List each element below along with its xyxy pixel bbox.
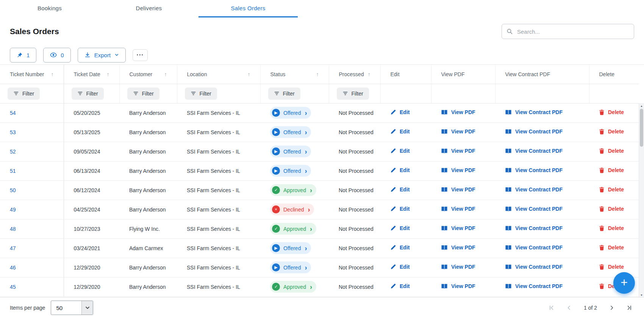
edit-button[interactable]: Edit: [390, 148, 410, 154]
delete-button[interactable]: Delete: [599, 225, 624, 231]
status-badge[interactable]: ▶ Offered ›: [270, 242, 311, 254]
tab-sales-orders[interactable]: Sales Orders: [199, 0, 298, 17]
delete-label: Delete: [608, 206, 624, 212]
add-button[interactable]: +: [613, 272, 635, 294]
view-pdf-button[interactable]: View PDF: [441, 186, 475, 193]
delete-button[interactable]: Delete: [599, 148, 624, 154]
edit-button[interactable]: Edit: [390, 244, 410, 251]
previous-page-button[interactable]: [564, 303, 574, 313]
sort-arrow-icon[interactable]: ↑: [248, 71, 250, 77]
column-header-customer[interactable]: Customer↑: [119, 65, 177, 84]
view-contract-pdf-button[interactable]: View Contract PDF: [505, 244, 563, 251]
delete-button[interactable]: Delete: [599, 167, 624, 173]
status-badge[interactable]: ✓ Approved ›: [270, 281, 316, 293]
sort-arrow-icon[interactable]: ↑: [107, 71, 109, 77]
column-header-processed[interactable]: Processed↑: [329, 65, 380, 84]
more-options-button[interactable]: ···: [133, 49, 148, 61]
filter-button-status[interactable]: Filter: [268, 88, 300, 100]
download-icon: [84, 52, 91, 58]
ticket-number-link[interactable]: 49: [10, 207, 16, 213]
hidden-columns-button[interactable]: 0: [43, 48, 70, 63]
filter-button-ticket-date[interactable]: Filter: [72, 88, 104, 100]
view-contract-pdf-button[interactable]: View Contract PDF: [505, 148, 563, 154]
items-per-page-select[interactable]: 50: [51, 301, 93, 315]
delete-button[interactable]: Delete: [599, 264, 624, 270]
view-contract-pdf-button[interactable]: View Contract PDF: [505, 283, 563, 289]
edit-button[interactable]: Edit: [390, 186, 410, 193]
filter-button-customer[interactable]: Filter: [127, 88, 159, 100]
view-pdf-button[interactable]: View PDF: [441, 128, 475, 135]
status-badge[interactable]: ▶ Offered ›: [270, 126, 311, 138]
edit-button[interactable]: Edit: [390, 109, 410, 115]
status-badge[interactable]: ▶ Offered ›: [270, 146, 311, 157]
filter-button-processed[interactable]: Filter: [337, 88, 369, 100]
view-contract-pdf-button[interactable]: View Contract PDF: [505, 109, 563, 115]
view-pdf-button[interactable]: View PDF: [441, 167, 475, 173]
ticket-number-link[interactable]: 45: [10, 284, 16, 290]
ticket-number-link[interactable]: 53: [10, 129, 16, 135]
view-pdf-button[interactable]: View PDF: [441, 283, 475, 289]
view-pdf-button[interactable]: View PDF: [441, 244, 475, 251]
column-header-location[interactable]: Location↑: [177, 65, 260, 84]
status-badge[interactable]: ✓ Approved ›: [270, 184, 316, 196]
sort-arrow-icon[interactable]: ↑: [316, 71, 319, 77]
last-page-button[interactable]: [624, 303, 634, 313]
view-pdf-button[interactable]: View PDF: [441, 109, 475, 115]
delete-button[interactable]: Delete: [599, 109, 624, 115]
filter-button-ticket-number[interactable]: Filter: [8, 88, 40, 100]
tab-deliveries[interactable]: Deliveries: [99, 0, 199, 17]
view-pdf-button[interactable]: View PDF: [441, 148, 475, 154]
edit-button[interactable]: Edit: [390, 264, 410, 270]
edit-label: Edit: [400, 148, 410, 154]
first-page-button[interactable]: [547, 303, 556, 313]
search-input[interactable]: [502, 24, 634, 39]
status-badge[interactable]: ✓ Approved ›: [270, 223, 316, 235]
edit-button[interactable]: Edit: [390, 283, 410, 289]
ticket-number-link[interactable]: 48: [10, 226, 16, 232]
ticket-number-link[interactable]: 52: [10, 149, 16, 155]
ticket-number-link[interactable]: 47: [10, 245, 16, 251]
edit-button[interactable]: Edit: [390, 225, 410, 231]
ticket-number-link[interactable]: 51: [10, 168, 16, 174]
view-contract-pdf-button[interactable]: View Contract PDF: [505, 264, 563, 270]
delete-button[interactable]: Delete: [599, 244, 624, 251]
contract-pdf-icon: [505, 244, 512, 251]
column-header-ticket-date[interactable]: Ticket Date↑: [64, 65, 119, 84]
view-contract-pdf-button[interactable]: View Contract PDF: [505, 128, 563, 135]
view-pdf-button[interactable]: View PDF: [441, 225, 475, 231]
export-button[interactable]: Export: [78, 48, 126, 63]
view-contract-pdf-button[interactable]: View Contract PDF: [505, 206, 563, 212]
location-cell: SSI Farm Services - IL: [177, 277, 260, 296]
status-badge[interactable]: ▶ Offered ›: [270, 165, 311, 177]
sort-arrow-icon[interactable]: ↑: [368, 71, 370, 77]
sort-arrow-icon[interactable]: ↑: [51, 71, 54, 77]
sort-arrow-icon[interactable]: ↑: [164, 71, 167, 77]
scroll-down-arrow[interactable]: ▼: [639, 292, 644, 298]
view-contract-pdf-button[interactable]: View Contract PDF: [505, 225, 563, 231]
edit-button[interactable]: Edit: [390, 128, 410, 135]
delete-button[interactable]: Delete: [599, 128, 624, 135]
column-header-status[interactable]: Status↑: [260, 65, 329, 84]
view-contract-pdf-button[interactable]: View Contract PDF: [505, 186, 563, 193]
tab-bookings[interactable]: Bookings: [0, 0, 99, 17]
edit-button[interactable]: Edit: [390, 206, 410, 212]
scrollbar-thumb[interactable]: [640, 109, 643, 147]
status-badge[interactable]: × Declined ›: [270, 204, 314, 215]
pinned-columns-button[interactable]: 1: [10, 48, 36, 63]
vertical-scrollbar[interactable]: ▲ ▼: [639, 103, 644, 298]
next-page-button[interactable]: [607, 303, 617, 313]
view-contract-pdf-button[interactable]: View Contract PDF: [505, 167, 563, 173]
delete-button[interactable]: Delete: [599, 186, 624, 193]
edit-button[interactable]: Edit: [390, 167, 410, 173]
filter-button-location[interactable]: Filter: [185, 88, 217, 100]
view-pdf-button[interactable]: View PDF: [441, 206, 475, 212]
ticket-number-link[interactable]: 50: [10, 187, 16, 193]
view-pdf-button[interactable]: View PDF: [441, 264, 475, 270]
ticket-number-link[interactable]: 46: [10, 265, 16, 271]
delete-button[interactable]: Delete: [599, 206, 624, 212]
status-badge[interactable]: ▶ Offered ›: [270, 262, 311, 273]
status-badge[interactable]: ▶ Offered ›: [270, 107, 311, 119]
scroll-up-arrow[interactable]: ▲: [639, 103, 644, 108]
ticket-number-link[interactable]: 54: [10, 110, 16, 116]
column-header-ticket-number[interactable]: Ticket Number↑: [0, 65, 64, 84]
